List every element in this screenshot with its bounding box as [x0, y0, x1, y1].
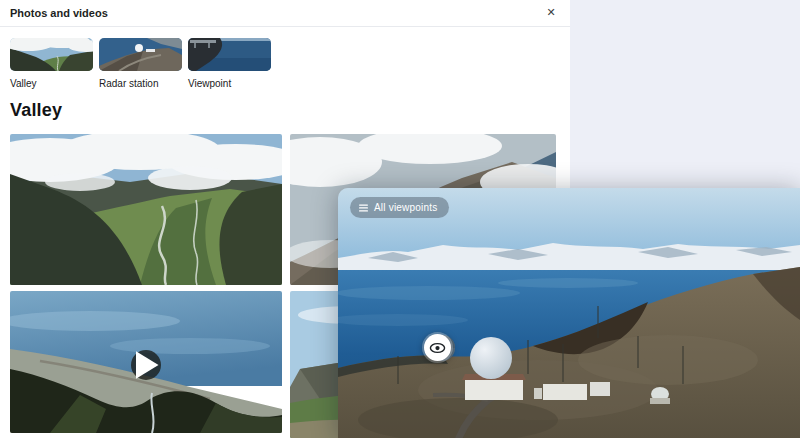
all-viewpoints-button[interactable]: All viewpoints [350, 197, 449, 218]
close-icon[interactable]: ✕ [542, 3, 560, 21]
radar-station-thumbnail-art [99, 38, 182, 71]
section-heading: Valley [10, 100, 62, 121]
category-valley-label: Valley [10, 78, 93, 89]
panorama-scene [338, 188, 800, 438]
eye-icon [429, 342, 446, 354]
radar-station-thumbnail-image [99, 38, 182, 71]
play-icon[interactable] [131, 350, 161, 380]
video-coastal-gully[interactable] [10, 291, 282, 433]
all-viewpoints-label: All viewpoints [374, 202, 437, 213]
category-radar-station[interactable]: Radar station [99, 38, 182, 89]
viewpoint-thumbnail-image [188, 38, 271, 71]
valley-thumbnail-art [10, 38, 93, 71]
menu-icon [359, 204, 368, 212]
valley-thumbnail-image [10, 38, 93, 71]
play-triangle [131, 350, 161, 380]
category-radar-station-label: Radar station [99, 78, 182, 89]
panel-header: Photos and videos ✕ [0, 0, 570, 27]
panorama-viewer[interactable]: All viewpoints [338, 188, 800, 438]
viewpoint-eye-marker[interactable] [424, 334, 451, 361]
category-valley[interactable]: Valley [10, 38, 93, 89]
viewpoint-thumbnail-art [188, 38, 271, 71]
photo-valley-aerial-art [10, 134, 282, 285]
photo-valley-aerial[interactable] [10, 134, 282, 285]
category-viewpoint-label: Viewpoint [188, 78, 271, 89]
category-viewpoint[interactable]: Viewpoint [188, 38, 271, 89]
category-thumbnails: Valley Radar station [10, 38, 271, 89]
panel-title: Photos and videos [10, 7, 108, 19]
